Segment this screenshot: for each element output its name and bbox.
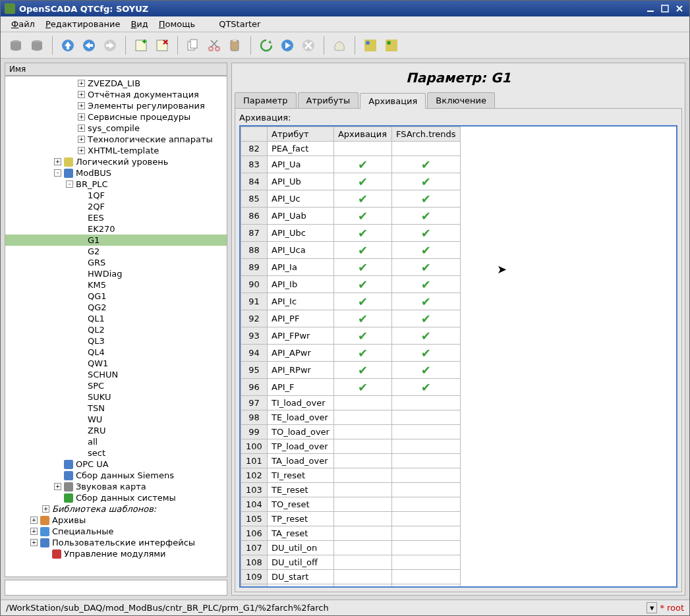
tree-item[interactable]: KM5	[5, 279, 227, 291]
fsarch-cell[interactable]	[391, 584, 460, 588]
archive-cell[interactable]: ✔	[333, 242, 391, 259]
tree-item[interactable]: +Технологические аппараты	[5, 134, 227, 145]
tree-item[interactable]: SUKU	[5, 391, 227, 403]
archive-cell[interactable]: ✔	[333, 379, 391, 396]
archive-cell[interactable]	[333, 512, 391, 526]
table-row[interactable]: 91API_Ic✔✔	[241, 293, 461, 310]
tree-item[interactable]: Управление модулями	[5, 548, 227, 559]
attr-cell[interactable]: TP_reset	[268, 512, 334, 526]
fsarch-cell[interactable]	[391, 410, 460, 425]
tree-item[interactable]: +Логический уровень	[5, 156, 227, 167]
expand-icon[interactable]: +	[54, 158, 61, 165]
attr-cell[interactable]: API_FPwr	[268, 327, 334, 345]
tree-item[interactable]: +Специальные	[5, 526, 227, 537]
fsarch-cell[interactable]: ✔	[391, 327, 460, 345]
fsarch-cell[interactable]: ✔	[391, 379, 460, 396]
table-row[interactable]: 89API_Ia✔✔	[241, 259, 461, 276]
attr-cell[interactable]: DU_stop	[268, 584, 334, 588]
table-row[interactable]: 96API_F✔✔	[241, 379, 461, 396]
archive-cell[interactable]: ✔	[333, 156, 391, 173]
minimize-button[interactable]	[645, 3, 656, 14]
tree-item[interactable]: TSN	[5, 403, 227, 414]
attr-cell[interactable]: TI_reset	[268, 468, 334, 483]
fsarch-cell[interactable]: ✔	[391, 173, 460, 190]
fsarch-cell[interactable]	[391, 439, 460, 454]
fsarch-cell[interactable]	[391, 497, 460, 512]
attr-cell[interactable]: TO_reset	[268, 497, 334, 512]
archive-cell[interactable]	[333, 584, 391, 588]
archive-cell[interactable]	[333, 142, 391, 156]
fsarch-cell[interactable]	[391, 468, 460, 483]
archive-cell[interactable]	[333, 454, 391, 468]
tab-3[interactable]: Включение	[427, 92, 495, 108]
status-dropdown[interactable]: ▾	[647, 602, 658, 613]
expand-icon[interactable]: +	[54, 483, 61, 490]
tree-item[interactable]: +sys_compile	[5, 123, 227, 134]
col-header[interactable]	[241, 127, 268, 142]
attr-cell[interactable]: API_Ib	[268, 276, 334, 293]
archive-cell[interactable]: ✔	[333, 259, 391, 276]
tree-item[interactable]: -BR_PLC	[5, 179, 227, 190]
address-input[interactable]	[5, 580, 227, 596]
attr-cell[interactable]: DU_util_on	[268, 541, 334, 555]
expand-icon[interactable]: +	[30, 517, 38, 524]
item-del-button[interactable]	[152, 36, 172, 55]
attr-cell[interactable]: API_APwr	[268, 345, 334, 362]
attr-cell[interactable]: TE_load_over	[268, 410, 334, 425]
attr-cell[interactable]: DU_util_off	[268, 555, 334, 570]
fsarch-cell[interactable]: ✔	[391, 225, 460, 242]
table-row[interactable]: 106TA_reset	[241, 526, 461, 541]
archive-cell[interactable]	[333, 570, 391, 584]
tree-item[interactable]: +Элементы регулирования	[5, 100, 227, 111]
tree-item[interactable]: all	[5, 436, 227, 447]
expand-icon[interactable]: -	[54, 169, 61, 177]
fsarch-cell[interactable]: ✔	[391, 310, 460, 327]
expand-icon[interactable]: +	[78, 147, 85, 154]
tree-item[interactable]: WU	[5, 414, 227, 425]
fsarch-cell[interactable]: ✔	[391, 156, 460, 173]
expand-icon[interactable]: +	[78, 125, 85, 132]
col-header[interactable]: Архивация	[333, 127, 391, 142]
nav-up-button[interactable]	[58, 36, 78, 55]
expand-icon[interactable]: +	[78, 102, 85, 109]
attr-cell[interactable]: API_Ic	[268, 293, 334, 310]
fsarch-cell[interactable]	[391, 425, 460, 439]
tree-item[interactable]: QG1	[5, 291, 227, 302]
attr-cell[interactable]: API_PF	[268, 310, 334, 327]
qtvis-button[interactable]	[382, 36, 401, 55]
table-row[interactable]: 97TI_load_over	[241, 396, 461, 410]
menu-вид[interactable]: Вид	[125, 18, 153, 30]
tree-item[interactable]: HWDiag	[5, 268, 227, 279]
tree-item[interactable]: EES	[5, 212, 227, 223]
archive-cell[interactable]: ✔	[333, 190, 391, 208]
table-row[interactable]: 94API_APwr✔✔	[241, 345, 461, 362]
menu-помощь[interactable]: Помощь	[154, 18, 200, 30]
archive-cell[interactable]: ✔	[333, 225, 391, 242]
fsarch-cell[interactable]: ✔	[391, 276, 460, 293]
attr-cell[interactable]: API_Ia	[268, 259, 334, 276]
expand-icon[interactable]: +	[78, 91, 85, 98]
table-row[interactable]: 100TP_load_over	[241, 439, 461, 454]
tree-item[interactable]: +XHTML-template	[5, 145, 227, 156]
attr-cell[interactable]: PEA_fact	[268, 142, 334, 156]
expand-icon[interactable]: +	[30, 528, 38, 535]
table-row[interactable]: 95API_RPwr✔✔	[241, 362, 461, 379]
table-row[interactable]: 108DU_util_off	[241, 555, 461, 570]
col-header[interactable]: FSArch.trends	[391, 127, 460, 142]
archive-cell[interactable]: ✔	[333, 327, 391, 345]
archive-cell[interactable]	[333, 396, 391, 410]
db-load-button[interactable]	[6, 36, 26, 55]
expand-icon[interactable]: +	[78, 80, 85, 87]
archive-cell[interactable]	[333, 541, 391, 555]
start-button[interactable]	[277, 36, 297, 55]
fsarch-cell[interactable]	[391, 454, 460, 468]
fsarch-cell[interactable]: ✔	[391, 190, 460, 208]
tree-item[interactable]: G2	[5, 246, 227, 257]
table-row[interactable]: 92API_PF✔✔	[241, 310, 461, 327]
fsarch-cell[interactable]: ✔	[391, 242, 460, 259]
nav-back-button[interactable]	[79, 36, 99, 55]
attr-cell[interactable]: API_Uca	[268, 242, 334, 259]
expand-icon[interactable]: +	[78, 136, 85, 143]
archive-cell[interactable]	[333, 468, 391, 483]
tree-item[interactable]: +Пользовательские интерфейсы	[5, 537, 227, 548]
